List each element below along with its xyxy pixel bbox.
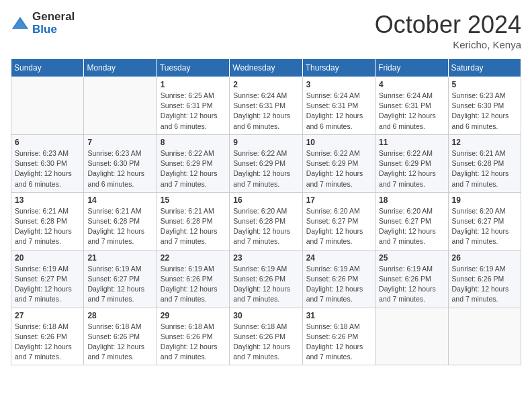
logo: General Blue [11, 11, 75, 36]
calendar-cell: 29Sunrise: 6:18 AMSunset: 6:26 PMDayligh… [157, 308, 229, 365]
logo-icon [11, 14, 30, 33]
location: Kericho, Kenya [375, 39, 521, 50]
day-info: Sunrise: 6:18 AMSunset: 6:26 PMDaylight:… [306, 322, 371, 363]
day-number: 2 [233, 80, 298, 89]
day-number: 4 [379, 80, 444, 89]
day-number: 3 [306, 80, 371, 89]
day-number: 15 [161, 195, 226, 205]
day-info: Sunrise: 6:21 AMSunset: 6:28 PMDaylight:… [15, 206, 80, 247]
day-info: Sunrise: 6:21 AMSunset: 6:28 PMDaylight:… [452, 148, 517, 189]
calendar-table: SundayMondayTuesdayWednesdayThursdayFrid… [11, 58, 521, 365]
calendar-cell: 20Sunrise: 6:19 AMSunset: 6:27 PMDayligh… [11, 250, 84, 308]
day-number: 25 [379, 253, 444, 263]
day-number: 30 [233, 311, 298, 320]
day-info: Sunrise: 6:18 AMSunset: 6:26 PMDaylight:… [233, 322, 298, 363]
day-info: Sunrise: 6:25 AMSunset: 6:31 PMDaylight:… [161, 91, 226, 132]
calendar-cell: 2Sunrise: 6:24 AMSunset: 6:31 PMDaylight… [230, 77, 302, 135]
calendar-week-5: 27Sunrise: 6:18 AMSunset: 6:26 PMDayligh… [11, 308, 521, 365]
calendar-cell: 30Sunrise: 6:18 AMSunset: 6:26 PMDayligh… [230, 308, 302, 365]
day-info: Sunrise: 6:18 AMSunset: 6:26 PMDaylight:… [161, 322, 226, 363]
day-number: 22 [161, 253, 226, 263]
day-number: 31 [306, 311, 371, 320]
logo-text: General Blue [32, 11, 75, 36]
calendar-cell: 10Sunrise: 6:22 AMSunset: 6:29 PMDayligh… [302, 134, 375, 192]
day-number: 9 [233, 138, 298, 147]
day-number: 21 [87, 253, 152, 263]
weekday-header-tuesday: Tuesday [157, 59, 229, 77]
day-info: Sunrise: 6:23 AMSunset: 6:30 PMDaylight:… [15, 148, 80, 189]
day-number: 23 [233, 253, 298, 263]
day-info: Sunrise: 6:18 AMSunset: 6:26 PMDaylight:… [87, 322, 152, 363]
day-info: Sunrise: 6:20 AMSunset: 6:28 PMDaylight:… [233, 206, 298, 247]
weekday-header-sunday: Sunday [11, 59, 84, 77]
day-number: 19 [452, 195, 517, 205]
calendar-week-1: 1Sunrise: 6:25 AMSunset: 6:31 PMDaylight… [11, 77, 521, 135]
calendar-cell: 16Sunrise: 6:20 AMSunset: 6:28 PMDayligh… [230, 192, 302, 250]
calendar-cell: 27Sunrise: 6:18 AMSunset: 6:26 PMDayligh… [11, 308, 84, 365]
day-info: Sunrise: 6:19 AMSunset: 6:26 PMDaylight:… [306, 264, 371, 305]
day-info: Sunrise: 6:21 AMSunset: 6:28 PMDaylight:… [161, 206, 226, 247]
calendar-cell: 7Sunrise: 6:23 AMSunset: 6:30 PMDaylight… [84, 134, 157, 192]
day-info: Sunrise: 6:20 AMSunset: 6:27 PMDaylight:… [306, 206, 371, 247]
day-number: 14 [87, 195, 152, 205]
calendar-cell: 22Sunrise: 6:19 AMSunset: 6:26 PMDayligh… [157, 250, 229, 308]
day-number: 1 [161, 80, 226, 89]
day-number: 29 [161, 311, 226, 320]
calendar-cell: 11Sunrise: 6:22 AMSunset: 6:29 PMDayligh… [375, 134, 448, 192]
day-info: Sunrise: 6:22 AMSunset: 6:29 PMDaylight:… [306, 148, 371, 189]
day-info: Sunrise: 6:20 AMSunset: 6:27 PMDaylight:… [379, 206, 444, 247]
day-info: Sunrise: 6:20 AMSunset: 6:27 PMDaylight:… [452, 206, 517, 247]
logo-general: General [32, 11, 75, 24]
calendar-cell: 6Sunrise: 6:23 AMSunset: 6:30 PMDaylight… [11, 134, 84, 192]
day-info: Sunrise: 6:19 AMSunset: 6:26 PMDaylight:… [452, 264, 517, 305]
month-year: October 2024 [375, 11, 521, 39]
day-number: 12 [452, 138, 517, 147]
day-number: 7 [87, 138, 152, 147]
day-info: Sunrise: 6:22 AMSunset: 6:29 PMDaylight:… [161, 148, 226, 189]
calendar-cell: 5Sunrise: 6:23 AMSunset: 6:30 PMDaylight… [448, 77, 521, 135]
calendar-cell: 14Sunrise: 6:21 AMSunset: 6:28 PMDayligh… [84, 192, 157, 250]
weekday-header-thursday: Thursday [302, 59, 375, 77]
day-info: Sunrise: 6:24 AMSunset: 6:31 PMDaylight:… [233, 91, 298, 132]
calendar-cell: 25Sunrise: 6:19 AMSunset: 6:26 PMDayligh… [375, 250, 448, 308]
weekday-header-wednesday: Wednesday [230, 59, 302, 77]
day-info: Sunrise: 6:19 AMSunset: 6:26 PMDaylight:… [379, 264, 444, 305]
calendar-cell: 28Sunrise: 6:18 AMSunset: 6:26 PMDayligh… [84, 308, 157, 365]
day-info: Sunrise: 6:23 AMSunset: 6:30 PMDaylight:… [87, 148, 152, 189]
weekday-header-saturday: Saturday [448, 59, 521, 77]
calendar-cell: 8Sunrise: 6:22 AMSunset: 6:29 PMDaylight… [157, 134, 229, 192]
page-header: General Blue October 2024 Kericho, Kenya [11, 11, 521, 50]
day-info: Sunrise: 6:19 AMSunset: 6:26 PMDaylight:… [233, 264, 298, 305]
day-number: 18 [379, 195, 444, 205]
day-number: 5 [452, 80, 517, 89]
day-number: 8 [161, 138, 226, 147]
day-info: Sunrise: 6:19 AMSunset: 6:26 PMDaylight:… [161, 264, 226, 305]
calendar-cell: 31Sunrise: 6:18 AMSunset: 6:26 PMDayligh… [302, 308, 375, 365]
calendar-cell: 17Sunrise: 6:20 AMSunset: 6:27 PMDayligh… [302, 192, 375, 250]
day-info: Sunrise: 6:19 AMSunset: 6:27 PMDaylight:… [15, 264, 80, 305]
calendar-body: 1Sunrise: 6:25 AMSunset: 6:31 PMDaylight… [11, 77, 521, 365]
title-block: October 2024 Kericho, Kenya [375, 11, 521, 50]
calendar-cell: 18Sunrise: 6:20 AMSunset: 6:27 PMDayligh… [375, 192, 448, 250]
calendar-cell: 24Sunrise: 6:19 AMSunset: 6:26 PMDayligh… [302, 250, 375, 308]
day-number: 13 [15, 195, 80, 205]
calendar-week-3: 13Sunrise: 6:21 AMSunset: 6:28 PMDayligh… [11, 192, 521, 250]
weekday-header-monday: Monday [84, 59, 157, 77]
calendar-cell: 12Sunrise: 6:21 AMSunset: 6:28 PMDayligh… [448, 134, 521, 192]
weekday-row: SundayMondayTuesdayWednesdayThursdayFrid… [11, 59, 521, 77]
calendar-week-4: 20Sunrise: 6:19 AMSunset: 6:27 PMDayligh… [11, 250, 521, 308]
day-number: 24 [306, 253, 371, 263]
calendar-cell: 4Sunrise: 6:24 AMSunset: 6:31 PMDaylight… [375, 77, 448, 135]
day-number: 10 [306, 138, 371, 147]
day-number: 16 [233, 195, 298, 205]
day-number: 28 [87, 311, 152, 320]
calendar-cell: 1Sunrise: 6:25 AMSunset: 6:31 PMDaylight… [157, 77, 229, 135]
day-info: Sunrise: 6:22 AMSunset: 6:29 PMDaylight:… [379, 148, 444, 189]
calendar-header: SundayMondayTuesdayWednesdayThursdayFrid… [11, 59, 521, 77]
day-number: 26 [452, 253, 517, 263]
calendar-cell [448, 308, 521, 365]
calendar-cell [375, 308, 448, 365]
day-number: 6 [15, 138, 80, 147]
calendar-cell: 23Sunrise: 6:19 AMSunset: 6:26 PMDayligh… [230, 250, 302, 308]
day-number: 17 [306, 195, 371, 205]
